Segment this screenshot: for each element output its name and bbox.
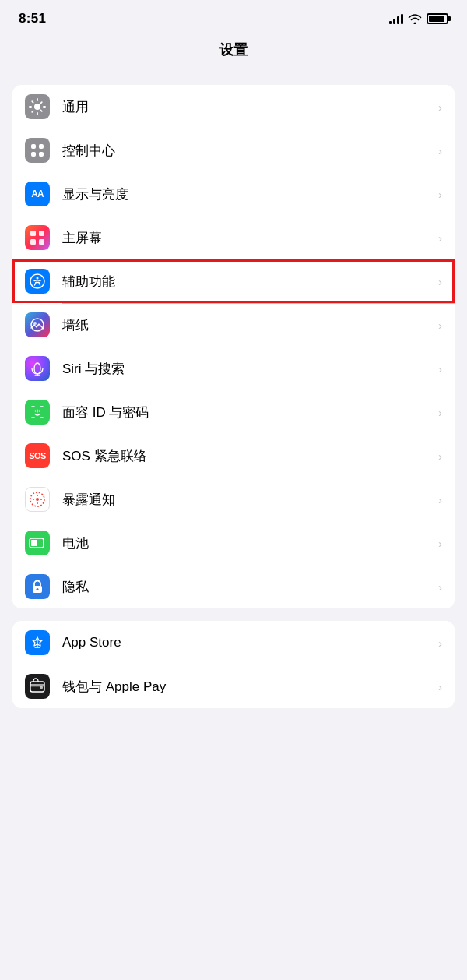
general-label: 通用 — [62, 98, 438, 116]
svg-point-10 — [31, 319, 44, 331]
settings-item-privacy[interactable]: 隐私 › — [12, 565, 455, 608]
svg-point-16 — [39, 411, 40, 412]
svg-point-8 — [30, 274, 44, 288]
siri-label: Siri 与搜索 — [62, 360, 438, 378]
exposure-label: 暴露通知 — [62, 491, 438, 509]
display-label: 显示与亮度 — [62, 185, 438, 203]
battery-chevron: › — [438, 537, 442, 550]
exposure-chevron: › — [438, 493, 442, 506]
settings-card-bottom: App Store › 钱包与 Apple Pay › — [12, 621, 455, 708]
svg-rect-25 — [31, 540, 37, 546]
display-chevron: › — [438, 188, 442, 201]
svg-point-21 — [40, 499, 42, 500]
page-title: 设置 — [0, 34, 467, 72]
wifi-icon — [408, 13, 422, 24]
siri-chevron: › — [438, 362, 442, 375]
settings-card-main: 通用 › 控制中心 › AA 显示与亮度 › — [12, 85, 455, 608]
control-center-icon — [25, 138, 50, 163]
sos-icon: SOS — [25, 443, 50, 468]
faceid-label: 面容 ID 与密码 — [62, 404, 438, 421]
svg-rect-0 — [31, 144, 36, 149]
svg-point-27 — [37, 588, 39, 590]
svg-rect-30 — [40, 686, 43, 689]
faceid-chevron: › — [438, 406, 442, 419]
svg-rect-5 — [39, 231, 44, 236]
wallpaper-icon — [25, 312, 50, 337]
faceid-icon — [25, 400, 50, 425]
status-icons — [389, 13, 448, 24]
settings-item-wallpaper[interactable]: 墙纸 › — [12, 303, 455, 347]
battery-label: 电池 — [62, 534, 438, 552]
settings-item-faceid[interactable]: 面容 ID 与密码 › — [12, 390, 455, 434]
settings-item-sos[interactable]: SOS SOS 紧急联络 › — [12, 434, 455, 478]
svg-point-20 — [33, 499, 34, 500]
battery-status-icon — [427, 13, 448, 24]
signal-icon — [389, 13, 403, 24]
display-icon: AA — [25, 182, 50, 206]
svg-point-22 — [37, 495, 38, 496]
general-chevron: › — [438, 100, 442, 114]
svg-point-12 — [34, 363, 40, 374]
svg-rect-6 — [30, 239, 36, 245]
sos-chevron: › — [438, 449, 442, 463]
svg-rect-7 — [39, 239, 44, 245]
wallet-icon — [25, 674, 50, 699]
svg-point-11 — [33, 322, 37, 325]
home-screen-label: 主屏幕 — [62, 229, 438, 247]
svg-rect-4 — [30, 231, 36, 236]
status-bar: 8:51 — [0, 0, 467, 34]
appstore-icon — [25, 630, 50, 655]
svg-point-19 — [36, 498, 39, 501]
wallet-chevron: › — [438, 680, 442, 693]
control-center-chevron: › — [438, 144, 442, 157]
settings-item-general[interactable]: 通用 › — [12, 85, 455, 129]
wallpaper-chevron: › — [438, 319, 442, 332]
sos-label: SOS 紧急联络 — [62, 447, 438, 465]
settings-item-accessibility[interactable]: 辅助功能 › — [12, 259, 455, 303]
settings-item-control-center[interactable]: 控制中心 › — [12, 129, 455, 172]
settings-item-siri[interactable]: Siri 与搜索 › — [12, 347, 455, 390]
home-screen-chevron: › — [438, 231, 442, 245]
svg-rect-1 — [39, 144, 44, 149]
settings-item-appstore[interactable]: App Store › — [12, 621, 455, 664]
settings-item-exposure[interactable]: 暴露通知 › — [12, 478, 455, 521]
wallet-label: 钱包与 Apple Pay — [62, 678, 438, 696]
settings-item-display[interactable]: AA 显示与亮度 › — [12, 172, 455, 216]
settings-item-home-screen[interactable]: 主屏幕 › — [12, 216, 455, 259]
home-screen-icon — [25, 225, 50, 250]
svg-rect-3 — [39, 152, 44, 157]
general-icon — [25, 94, 50, 119]
settings-item-battery[interactable]: 电池 › — [12, 521, 455, 565]
status-time: 8:51 — [19, 11, 46, 26]
svg-point-15 — [35, 411, 37, 412]
settings-item-wallet[interactable]: 钱包与 Apple Pay › — [12, 664, 455, 708]
privacy-icon — [25, 574, 50, 599]
accessibility-chevron: › — [438, 275, 442, 288]
section-divider-top — [16, 72, 451, 72]
appstore-label: App Store — [62, 635, 438, 650]
wallpaper-label: 墙纸 — [62, 316, 438, 334]
accessibility-label: 辅助功能 — [62, 273, 438, 291]
svg-point-23 — [37, 502, 38, 504]
control-center-label: 控制中心 — [62, 142, 438, 160]
privacy-chevron: › — [438, 580, 442, 594]
siri-icon — [25, 356, 50, 381]
exposure-icon — [25, 487, 50, 512]
svg-rect-2 — [31, 152, 36, 157]
svg-point-9 — [37, 277, 39, 280]
appstore-chevron: › — [438, 636, 442, 650]
accessibility-icon — [25, 269, 50, 294]
privacy-label: 隐私 — [62, 578, 438, 596]
battery-icon — [25, 531, 50, 555]
